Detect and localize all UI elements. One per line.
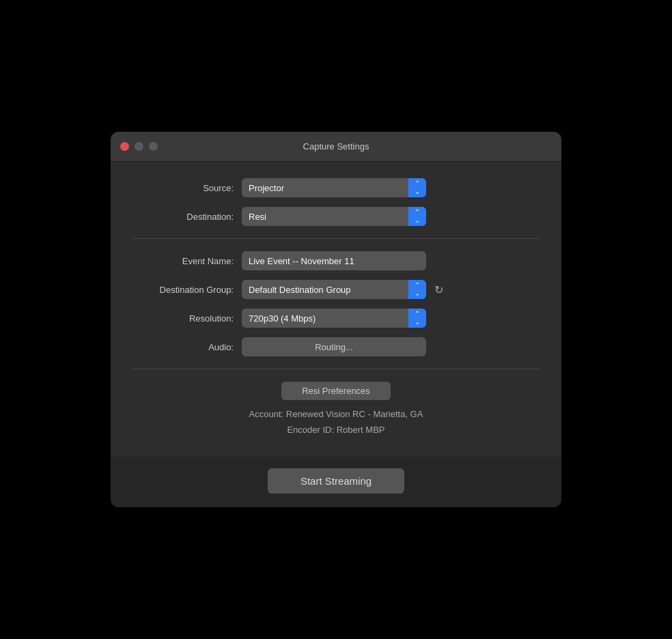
destination-select-wrapper: Resi YouTube Facebook — [242, 207, 426, 226]
event-name-label: Event Name: — [132, 256, 242, 266]
destination-select[interactable]: Resi YouTube Facebook — [242, 207, 426, 226]
divider-1 — [132, 238, 540, 239]
destination-group-select[interactable]: Default Destination Group Group 1 Group … — [242, 280, 426, 299]
audio-label: Audio: — [132, 342, 242, 352]
window-title: Capture Settings — [303, 141, 369, 152]
destination-group-select-wrapper: Default Destination Group Group 1 Group … — [242, 280, 426, 299]
source-row: Source: Projector Screen Camera — [132, 178, 540, 197]
event-name-input[interactable] — [242, 251, 426, 270]
destination-group-label: Destination Group: — [132, 285, 242, 295]
resi-preferences-button[interactable]: Resi Preferences — [281, 382, 391, 400]
audio-row: Audio: Routing... — [132, 337, 540, 356]
resolution-select[interactable]: 720p30 (4 Mbps) 1080p30 (8 Mbps) 1080p60… — [242, 309, 426, 328]
resolution-select-wrapper: 720p30 (4 Mbps) 1080p30 (8 Mbps) 1080p60… — [242, 309, 426, 328]
titlebar: Capture Settings — [111, 132, 561, 162]
source-select-wrapper: Projector Screen Camera — [242, 178, 426, 197]
source-label: Source: — [132, 183, 242, 193]
capture-settings-window: Capture Settings Source: Projector Scree… — [111, 132, 561, 507]
divider-2 — [132, 369, 540, 369]
preferences-section: Resi Preferences Account: Renewed Vision… — [132, 382, 540, 437]
resolution-row: Resolution: 720p30 (4 Mbps) 1080p30 (8 M… — [132, 309, 540, 328]
content-area: Source: Projector Screen Camera Destinat… — [111, 162, 561, 456]
destination-row: Destination: Resi YouTube Facebook — [132, 207, 540, 226]
bottom-bar: Start Streaming — [111, 457, 561, 507]
maximize-button[interactable] — [149, 142, 158, 151]
account-info: Account: Renewed Vision RC - Marietta, G… — [249, 407, 423, 437]
source-select[interactable]: Projector Screen Camera — [242, 178, 426, 197]
traffic-lights — [120, 142, 158, 151]
destination-group-row: Destination Group: Default Destination G… — [132, 280, 540, 299]
event-name-row: Event Name: — [132, 251, 540, 270]
encoder-text: Encoder ID: Robert MBP — [249, 423, 423, 438]
close-button[interactable] — [120, 142, 129, 151]
destination-group-controls: Default Destination Group Group 1 Group … — [242, 280, 443, 299]
routing-button[interactable]: Routing... — [242, 337, 426, 356]
resolution-label: Resolution: — [132, 313, 242, 324]
account-text: Account: Renewed Vision RC - Marietta, G… — [249, 407, 423, 422]
start-streaming-button[interactable]: Start Streaming — [268, 468, 404, 494]
refresh-icon[interactable]: ↻ — [434, 283, 443, 296]
destination-label: Destination: — [132, 212, 242, 222]
minimize-button[interactable] — [135, 142, 143, 151]
